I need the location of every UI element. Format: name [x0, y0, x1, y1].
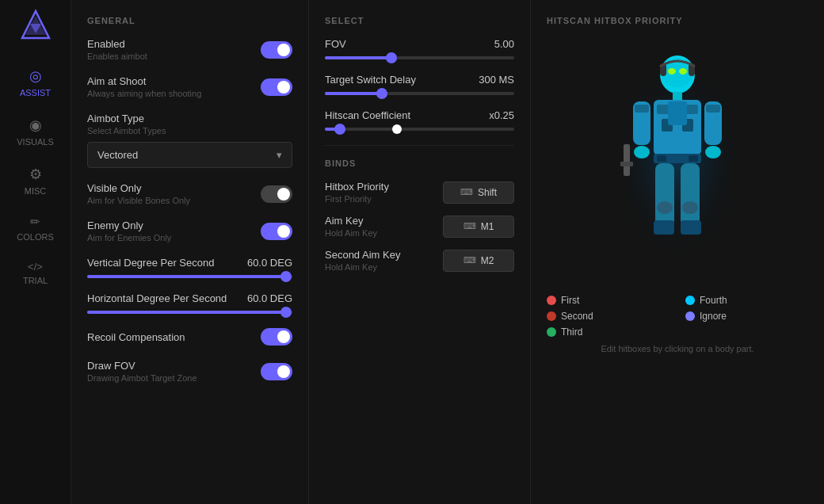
legend-second: Second — [547, 311, 670, 322]
sidebar-item-misc[interactable]: ⚙ MISC — [0, 156, 71, 205]
vdps-thumb[interactable] — [280, 271, 292, 282]
sidebar-item-visuals[interactable]: ◉ VISUALS — [0, 107, 71, 156]
second-aim-key-label: Second Aim Key — [325, 249, 400, 261]
hdps-thumb[interactable] — [280, 307, 292, 318]
aimbot-type-sublabel: Select Aimbot Types — [87, 126, 166, 136]
sidebar-item-label: VISUALS — [17, 137, 53, 147]
recoil-comp-label: Recoil Compensation — [87, 331, 185, 343]
misc-icon: ⚙ — [29, 166, 42, 183]
hitbox-priority-sublabel: First Priority — [325, 194, 389, 204]
sidebar-item-label: ASSIST — [20, 88, 51, 97]
second-dot — [547, 311, 556, 321]
hdps-track[interactable] — [87, 311, 292, 314]
fov-track[interactable] — [325, 56, 514, 59]
aim-at-shoot-sublabel: Always aiming when shooting — [87, 89, 201, 98]
sidebar-item-label: COLORS — [17, 232, 53, 242]
visible-only-label: Visible Only — [87, 182, 190, 194]
svg-rect-18 — [635, 105, 649, 113]
visible-only-sublabel: Aim for Visible Bones Only — [87, 196, 190, 205]
main-content: GENERAL Enabled Enables aimbot Aim at Sh… — [71, 0, 824, 504]
bind-second-aim-key: Second Aim Key Hold Aim Key ⌨ M2 — [325, 249, 514, 272]
sidebar-item-colors[interactable]: ✏ COLORS — [0, 205, 71, 251]
hc-track[interactable] — [325, 128, 514, 131]
hitbox-priority-key[interactable]: ⌨ Shift — [443, 181, 514, 204]
svg-rect-21 — [706, 105, 720, 113]
enabled-label: Enabled — [87, 38, 147, 50]
aim-key-label: Aim Key — [325, 215, 377, 227]
third-label: Third — [561, 326, 582, 338]
trial-icon: </> — [28, 261, 43, 273]
aim-key-key[interactable]: ⌨ M1 — [443, 216, 514, 238]
sidebar-item-trial[interactable]: </> TRIAL — [0, 251, 71, 295]
bind-aim-key: Aim Key Hold Aim Key ⌨ M1 — [325, 215, 514, 238]
hc-thumb-right[interactable] — [392, 124, 402, 134]
character-svg[interactable] — [598, 41, 757, 279]
aimbot-type-label: Aimbot Type — [87, 113, 166, 124]
hdps-label: Horizontal Degree Per Second — [87, 292, 227, 304]
svg-point-7 — [679, 68, 687, 74]
sidebar-item-assist[interactable]: ◎ ASSIST — [0, 58, 71, 107]
tsd-label: Target Switch Delay — [325, 74, 416, 86]
tsd-value: 300 MS — [479, 74, 514, 86]
svg-rect-24 — [657, 155, 666, 162]
second-label: Second — [561, 311, 593, 322]
legend-ignore: Ignore — [685, 311, 808, 322]
slider-horizontal-dps: Horizontal Degree Per Second 60.0 DEG — [87, 292, 292, 314]
visible-only-toggle[interactable] — [261, 185, 292, 203]
svg-rect-29 — [681, 163, 700, 227]
svg-rect-31 — [681, 220, 701, 235]
svg-point-27 — [657, 201, 673, 214]
hc-thumb-left[interactable] — [334, 124, 345, 135]
third-dot — [547, 327, 556, 337]
hc-label: Hitscan Coefficient — [325, 109, 410, 121]
binds-section-label: BINDS — [325, 158, 514, 168]
hitbox-note: Edit hitboxes by clicking on a body part… — [547, 344, 808, 353]
binds-divider — [325, 145, 514, 146]
second-aim-key-key[interactable]: ⌨ M2 — [443, 250, 514, 272]
enabled-toggle[interactable] — [261, 41, 292, 59]
select-section-label: SELECT — [325, 16, 514, 25]
fov-label: FOV — [325, 38, 346, 50]
draw-fov-label: Draw FOV — [87, 360, 197, 372]
panel-select: SELECT FOV 5.00 Target Switch Delay 300 … — [309, 0, 531, 504]
fourth-label: Fourth — [700, 295, 727, 306]
svg-rect-32 — [624, 144, 630, 176]
setting-recoil-comp: Recoil Compensation — [87, 328, 292, 346]
enemy-only-toggle[interactable] — [261, 223, 292, 240]
sidebar-item-label: TRIAL — [23, 276, 48, 285]
recoil-comp-toggle[interactable] — [261, 328, 292, 346]
hitbox-character[interactable] — [547, 33, 808, 287]
aim-key-value: M1 — [481, 221, 494, 232]
setting-visible-only: Visible Only Aim for Visible Bones Only — [87, 182, 292, 205]
ignore-label: Ignore — [700, 311, 727, 322]
aim-at-shoot-toggle[interactable] — [261, 78, 292, 96]
vdps-value: 60.0 DEG — [247, 257, 292, 269]
tsd-fill — [325, 92, 382, 95]
svg-rect-28 — [654, 220, 674, 235]
svg-point-30 — [682, 201, 698, 214]
hitbox-legend: First Fourth Second Ignore Third — [547, 295, 808, 338]
hitbox-priority-label: Hitbox Priority — [325, 181, 389, 193]
vdps-track[interactable] — [87, 275, 292, 278]
vdps-fill — [87, 275, 286, 278]
aimbot-type-dropdown[interactable]: Vectored ▾ — [87, 142, 292, 168]
keyboard-icon3: ⌨ — [464, 255, 476, 265]
draw-fov-toggle[interactable] — [261, 363, 292, 380]
assist-icon: ◎ — [29, 67, 42, 85]
slider-hitscan-coeff: Hitscan Coefficient x0.25 — [325, 109, 514, 131]
svg-rect-33 — [620, 162, 633, 166]
general-section-label: GENERAL — [87, 16, 292, 25]
slider-fov: FOV 5.00 — [325, 38, 514, 59]
setting-aim-at-shoot: Aim at Shoot Always aiming when shooting — [87, 75, 292, 98]
setting-enemy-only: Enemy Only Aim for Enemies Only — [87, 220, 292, 242]
visuals-icon: ◉ — [29, 116, 42, 134]
vdps-label: Vertical Degree Per Second — [87, 257, 214, 269]
dropdown-value: Vectored — [97, 149, 138, 161]
svg-rect-26 — [655, 163, 674, 227]
tsd-track[interactable] — [325, 92, 514, 95]
tsd-thumb[interactable] — [376, 88, 387, 99]
bind-hitbox-priority: Hitbox Priority First Priority ⌨ Shift — [325, 181, 514, 204]
panel-general: GENERAL Enabled Enables aimbot Aim at Sh… — [71, 0, 309, 504]
fov-thumb[interactable] — [386, 52, 397, 63]
svg-rect-25 — [689, 155, 698, 162]
